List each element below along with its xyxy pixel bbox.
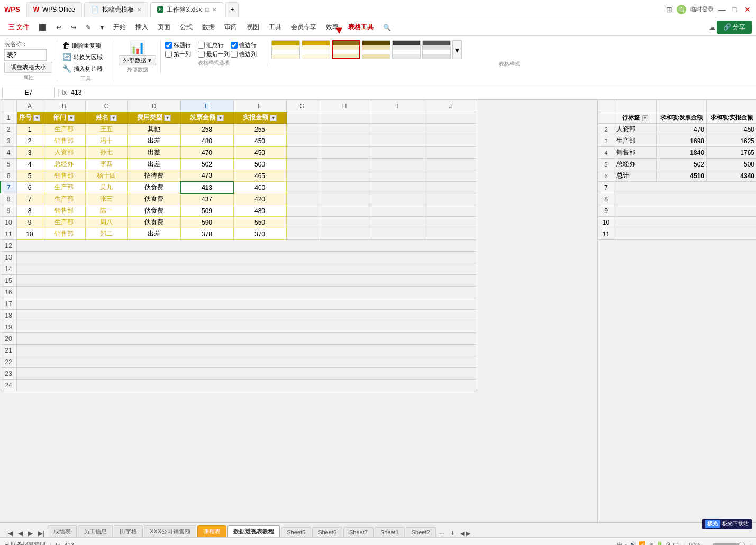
pivot-cell-invoice-2[interactable]: 1698 [657, 135, 707, 147]
cb-banded-row-input[interactable] [231, 42, 238, 49]
cloud-icon[interactable]: ☁ [708, 23, 716, 32]
cell-C11[interactable]: 郑二 [85, 228, 127, 240]
name-box[interactable] [2, 87, 55, 98]
cell-G10[interactable] [286, 217, 318, 228]
cell-D1[interactable]: 费用类型 ▼ [127, 112, 180, 124]
sheet-management-link[interactable]: ⊟ 财务报表管理 [4, 541, 45, 545]
pivot-cell-actual-1[interactable]: 450 [707, 124, 757, 135]
tab-template[interactable]: 📄 找稿壳模板 ✕ [84, 2, 148, 17]
cell-E2[interactable]: 258 [180, 124, 233, 135]
col-header-F[interactable]: F [233, 100, 286, 112]
pivot-cell-invoice-1[interactable]: 470 [657, 124, 707, 135]
cell-J7[interactable] [424, 182, 477, 193]
style-swatch-2[interactable] [302, 40, 330, 59]
sheet-tab-5[interactable]: Sheet5 [281, 527, 311, 537]
cell-H8[interactable] [318, 193, 371, 205]
pivot-col3-header[interactable]: 求和项:实报金额 [707, 112, 757, 124]
pivot-cell-label-4[interactable]: 总经办 [614, 159, 657, 170]
resize-table-button[interactable]: 调整表格大小 [4, 62, 52, 73]
cell-D3[interactable]: 出差 [127, 135, 180, 147]
row-header-10[interactable]: 10 [1, 217, 16, 228]
cell-G9[interactable] [286, 205, 318, 217]
cell-A11[interactable]: 10 [16, 228, 43, 240]
pivot-cell-actual-3[interactable]: 1765 [707, 147, 757, 159]
pivot-cell-invoice-3[interactable]: 1840 [657, 147, 707, 159]
close-button[interactable]: ✕ [743, 5, 752, 14]
style-gallery-more[interactable]: ▾ [452, 40, 462, 59]
cell-A2[interactable]: 1 [16, 124, 43, 135]
minimize-button[interactable]: — [718, 5, 726, 14]
pivot-cell-label-1[interactable]: 人资部 [614, 124, 657, 135]
col-header-H[interactable]: H [318, 100, 371, 112]
cell-J8[interactable] [424, 193, 477, 205]
cell-E8[interactable]: 437 [180, 193, 233, 205]
cell-B1[interactable]: 部门 ▼ [43, 112, 85, 124]
row-header-7[interactable]: 7 [1, 182, 16, 193]
cell-F5[interactable]: 500 [233, 159, 286, 170]
cell-C7[interactable]: 吴九 [85, 182, 127, 193]
col-header-G[interactable]: G [286, 100, 318, 112]
layout-icon[interactable]: ⊞ [666, 5, 672, 14]
sheet-tab-7[interactable]: Sheet7 [343, 527, 374, 537]
menu-redo[interactable]: ↪ [67, 22, 80, 33]
close-excel-icon[interactable]: ✕ [212, 7, 216, 13]
cb-banded-row[interactable]: 镶边行 [231, 41, 262, 49]
pivot-cell-invoice-4[interactable]: 502 [657, 159, 707, 170]
cell-E6[interactable]: 473 [180, 170, 233, 182]
sheet-tab-grid[interactable]: 田字格 [114, 525, 143, 537]
style-swatch-6[interactable] [422, 40, 451, 59]
sheet-tab-sales[interactable]: XXX公司销售额 [144, 525, 196, 537]
cell-G8[interactable] [286, 193, 318, 205]
cell-H9[interactable] [318, 205, 371, 217]
cell-D8[interactable]: 伙食费 [127, 193, 180, 205]
cell-D5[interactable]: 出差 [127, 159, 180, 170]
cell-F8[interactable]: 420 [233, 193, 286, 205]
cell-I11[interactable] [371, 228, 424, 240]
cell-B10[interactable]: 生产部 [43, 217, 85, 228]
col-header-B[interactable]: B [43, 100, 85, 112]
cell-H4[interactable] [318, 147, 371, 159]
cell-D4[interactable]: 出差 [127, 147, 180, 159]
cell-D9[interactable]: 伙食费 [127, 205, 180, 217]
sheet-tab-6[interactable]: Sheet6 [312, 527, 342, 537]
menu-file[interactable]: 三 文件 [4, 21, 33, 34]
menu-search[interactable]: 🔍 [379, 22, 395, 33]
menu-data[interactable]: 数据 [198, 21, 219, 34]
row-header-12[interactable]: 12 [1, 240, 16, 252]
share-button[interactable]: 🔗 分享 [717, 21, 752, 34]
cell-C5[interactable]: 李四 [85, 159, 127, 170]
cell-G6[interactable] [286, 170, 318, 182]
row-header-3[interactable]: 3 [1, 135, 16, 147]
cell-B5[interactable]: 总经办 [43, 159, 85, 170]
remove-dup-button[interactable]: 删除重复项 [72, 42, 101, 50]
sheet-nav-last[interactable]: ▶| [36, 530, 47, 537]
cell-H3[interactable] [318, 135, 371, 147]
cell-J11[interactable] [424, 228, 477, 240]
cell-F4[interactable]: 450 [233, 147, 286, 159]
row-header-11[interactable]: 11 [1, 228, 16, 240]
close-template-icon[interactable]: ✕ [137, 7, 141, 13]
cell-I9[interactable] [371, 205, 424, 217]
menu-formula[interactable]: 公式 [176, 21, 197, 34]
cell-G3[interactable] [286, 135, 318, 147]
cell-A3[interactable]: 2 [16, 135, 43, 147]
cell-D10[interactable]: 伙食费 [127, 217, 180, 228]
cb-last-col[interactable]: 最后一列 [198, 50, 230, 58]
tab-wps-office[interactable]: W WPS Office [26, 2, 82, 17]
cell-B9[interactable]: 销售部 [43, 205, 85, 217]
row-header-5[interactable]: 5 [1, 159, 16, 170]
style-swatch-3-active[interactable] [332, 40, 360, 59]
slicer-button[interactable]: 插入切片器 [74, 65, 103, 73]
cell-F1[interactable]: 实报金额 ▼ [233, 112, 286, 124]
cell-A7[interactable]: 6 [16, 182, 43, 193]
cb-banded-col[interactable]: 镶边列 [231, 50, 262, 58]
menu-vip[interactable]: 会员专享 [287, 21, 321, 34]
style-swatch-1[interactable] [271, 40, 300, 59]
cell-H7[interactable] [318, 182, 371, 193]
cb-banded-col-input[interactable] [231, 51, 238, 58]
cell-G11[interactable] [286, 228, 318, 240]
row-header-8[interactable]: 8 [1, 193, 16, 205]
cell-H11[interactable] [318, 228, 371, 240]
cell-J1[interactable] [424, 112, 477, 124]
security-icon[interactable]: 🛡 [673, 542, 679, 546]
